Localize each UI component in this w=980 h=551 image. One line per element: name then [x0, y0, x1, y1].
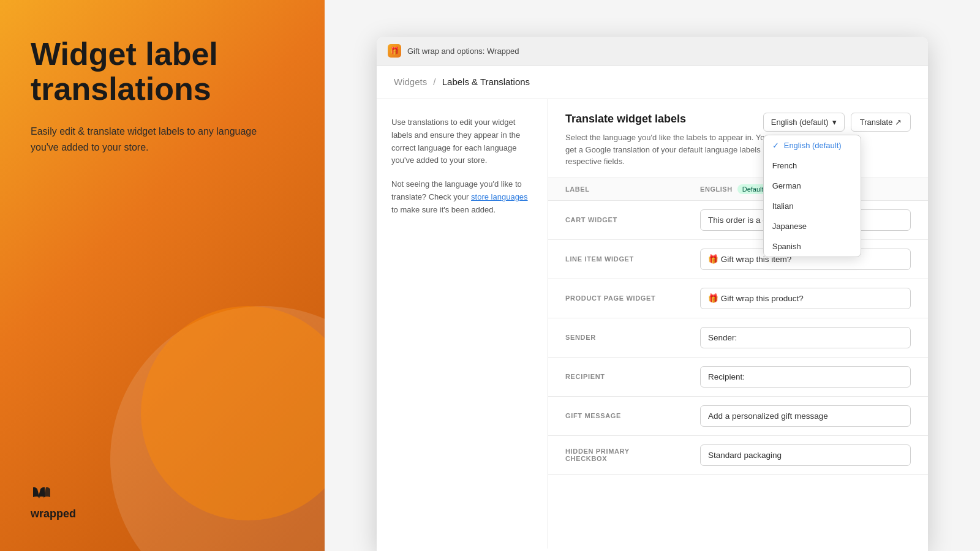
translation-header: Translate widget labels Select the langu…	[548, 99, 928, 178]
row-label-product-page: PRODUCT PAGE WIDGET	[548, 279, 683, 318]
desc-paragraph-2: Not seeing the language you'd like to tr…	[391, 178, 533, 216]
recipient-input[interactable]	[700, 366, 911, 388]
table-row: PRODUCT PAGE WIDGET	[548, 279, 928, 318]
row-label-line-item: LINE ITEM WIDGET	[548, 239, 683, 279]
language-dropdown-button[interactable]: English (default) ▾	[763, 113, 845, 132]
left-panel: Widget label translations Easily edit & …	[0, 0, 325, 551]
lang-option-label: French	[772, 161, 797, 170]
table-body: CART WIDGET LINE ITEM WIDGET	[548, 200, 928, 474]
col-label-header: LABEL	[548, 178, 683, 200]
row-value-hidden-checkbox[interactable]	[683, 435, 928, 474]
logo-label: wrapped	[31, 508, 76, 520]
lang-option-german[interactable]: German	[764, 176, 861, 196]
table-header-row: LABEL ENGLISH Default	[548, 178, 928, 200]
lang-option-spanish[interactable]: Spanish	[764, 236, 861, 257]
app-window: 🎁 Gift wrap and options: Wrapped Widgets…	[377, 37, 928, 551]
table-row: GIFT MESSAGE	[548, 396, 928, 435]
row-value-product-page[interactable]	[683, 279, 928, 318]
lang-option-label: German	[772, 181, 801, 190]
table-row: LINE ITEM WIDGET	[548, 239, 928, 279]
table-row: SENDER	[548, 318, 928, 357]
logo-icon	[31, 485, 76, 503]
labels-table: LABEL ENGLISH Default CART WIDGET	[548, 178, 928, 475]
lang-option-japanese[interactable]: Japanese	[764, 216, 861, 236]
product-page-widget-input[interactable]	[700, 288, 911, 309]
breadcrumb-base[interactable]: Widgets	[394, 77, 427, 87]
row-label-sender: SENDER	[548, 318, 683, 357]
lang-option-label: English (default)	[784, 141, 842, 150]
titlebar-text: Gift wrap and options: Wrapped	[407, 47, 519, 56]
breadcrumb-bar: Widgets / Labels & Translations	[377, 66, 928, 99]
language-dropdown-wrapper[interactable]: English (default) ▾ ✓ English (default)	[763, 113, 845, 132]
wrapped-logo-svg	[31, 485, 52, 503]
translation-main: Translate widget labels Select the langu…	[548, 99, 928, 549]
table-row: RECIPIENT	[548, 357, 928, 396]
lang-option-french[interactable]: French	[764, 156, 861, 176]
col-english-text: ENGLISH	[700, 186, 733, 193]
translate-button[interactable]: Translate ↗	[851, 113, 911, 132]
row-value-gift-message[interactable]	[683, 396, 928, 435]
content-description-sidebar: Use translations to edit your widget lab…	[377, 99, 548, 549]
desc-paragraph-1: Use translations to edit your widget lab…	[391, 116, 533, 167]
lang-option-italian[interactable]: Italian	[764, 196, 861, 216]
logo-area: wrapped	[31, 485, 76, 520]
selected-language-label: English (default)	[771, 118, 829, 127]
checkmark-icon: ✓	[772, 141, 779, 150]
hero-description: Easily edit & translate widget labels to…	[31, 124, 263, 155]
hero-title: Widget label translations	[31, 37, 294, 107]
lang-option-label: Spanish	[772, 242, 801, 251]
window-content: Use translations to edit your widget lab…	[377, 99, 928, 549]
chevron-down-icon: ▾	[832, 118, 837, 127]
right-panel: 🎁 Gift wrap and options: Wrapped Widgets…	[325, 0, 980, 551]
sender-input[interactable]	[700, 327, 911, 348]
app-icon: 🎁	[388, 44, 401, 58]
table-row: CART WIDGET	[548, 200, 928, 239]
row-label-cart-widget: CART WIDGET	[548, 200, 683, 239]
store-languages-link[interactable]: store languages	[471, 192, 528, 201]
header-actions: English (default) ▾ ✓ English (default)	[763, 113, 911, 132]
window-titlebar: 🎁 Gift wrap and options: Wrapped	[377, 37, 928, 66]
row-label-recipient: RECIPIENT	[548, 357, 683, 396]
row-value-recipient[interactable]	[683, 357, 928, 396]
row-label-gift-message: GIFT MESSAGE	[548, 396, 683, 435]
lang-option-english[interactable]: ✓ English (default)	[764, 135, 861, 156]
breadcrumb-separator: /	[433, 77, 435, 87]
breadcrumb: Widgets / Labels & Translations	[394, 77, 530, 87]
desc-text-after-link: to make sure it's been added.	[391, 205, 496, 214]
table-row: HIDDEN PRIMARY CHECKBOX	[548, 435, 928, 474]
row-value-sender[interactable]	[683, 318, 928, 357]
lang-option-label: Japanese	[772, 222, 807, 231]
gift-message-input[interactable]	[700, 405, 911, 427]
lang-option-label: Italian	[772, 201, 794, 211]
row-label-hidden-checkbox: HIDDEN PRIMARY CHECKBOX	[548, 435, 683, 474]
hidden-checkbox-input[interactable]	[700, 444, 911, 466]
breadcrumb-current: Labels & Translations	[442, 77, 530, 87]
language-dropdown-menu: ✓ English (default) French German	[763, 135, 861, 257]
